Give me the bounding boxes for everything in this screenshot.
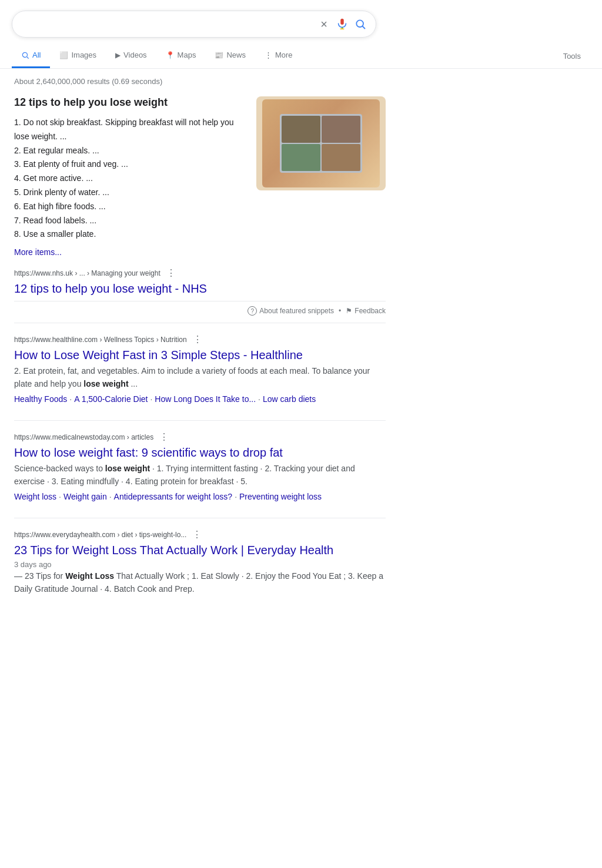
clear-icon[interactable]: × <box>320 18 327 31</box>
sub-link-preventing[interactable]: Preventing weight loss <box>239 492 322 501</box>
more-tab-icon: ⋮ <box>265 51 272 59</box>
feedback-button[interactable]: ⚑ Feedback <box>346 307 386 315</box>
tab-videos[interactable]: ▶ Videos <box>106 43 156 68</box>
tablet-screen <box>280 114 362 173</box>
sub-link-sep-2: · <box>150 394 152 404</box>
snippet-list: 1. Do not skip breakfast. Skipping break… <box>14 116 247 242</box>
tablet-cell-3 <box>282 144 320 171</box>
list-item: 8. Use a smaller plate. <box>14 227 247 242</box>
feedback-label: Feedback <box>354 307 386 315</box>
sub-link-weight-gain[interactable]: Weight gain <box>63 492 107 501</box>
list-item: 3. Eat plenty of fruit and veg. ... <box>14 157 247 172</box>
result-medicalnewstoday: https://www.medicalnewstoday.com › artic… <box>14 430 386 504</box>
snippet-footer: ? About featured snippets • ⚑ Feedback <box>14 301 386 320</box>
tab-more[interactable]: ⋮ More <box>255 43 302 68</box>
list-item: 5. Drink plenty of water. ... <box>14 186 247 200</box>
mnt-title-link[interactable]: How to lose weight fast: 9 scientific wa… <box>14 445 386 460</box>
tools-button[interactable]: Tools <box>554 45 590 68</box>
images-tab-icon: ⬜ <box>59 51 68 59</box>
mnt-url-text: https://www.medicalnewstoday.com › artic… <box>14 433 153 441</box>
flag-icon: ⚑ <box>346 307 352 315</box>
more-items-link[interactable]: More items... <box>14 247 62 257</box>
all-tab-icon <box>21 51 29 59</box>
sub-link-how-long[interactable]: How Long Does It Take to... <box>155 394 256 404</box>
eh-source-url: https://www.everydayhealth.com › diet › … <box>14 528 386 541</box>
result-healthline: https://www.healthline.com › Wellness To… <box>14 333 386 406</box>
eh-url-text: https://www.everydayhealth.com › diet › … <box>14 531 186 539</box>
tablet-cell-1 <box>282 116 320 143</box>
maps-tab-icon: 📍 <box>166 51 175 59</box>
sub-link-antidepressants[interactable]: Antidepressants for weight loss? <box>114 492 233 501</box>
sub-link-weight-loss[interactable]: Weight loss <box>14 492 56 501</box>
snippet-image <box>256 96 386 190</box>
search-bar-container: how to lose weight × <box>0 0 602 43</box>
divider-1 <box>14 323 386 323</box>
mnt-sep-1: · <box>59 492 61 501</box>
news-tab-icon: 📰 <box>215 51 223 59</box>
tablet-cell-4 <box>322 144 360 171</box>
list-item: 1. Do not skip breakfast. Skipping break… <box>14 116 247 144</box>
eh-snippet: — 23 Tips for Weight Loss That Actually … <box>14 570 386 596</box>
healthline-title-link[interactable]: How to Lose Weight Fast in 3 Simple Step… <box>14 347 386 363</box>
mic-icon[interactable] <box>336 18 349 31</box>
tab-all[interactable]: All <box>12 43 50 68</box>
eh-more-options-button[interactable]: ⋮ <box>190 528 204 541</box>
tab-news[interactable]: 📰 News <box>205 43 255 68</box>
separator-dot: • <box>339 307 341 315</box>
videos-tab-icon: ▶ <box>115 51 121 59</box>
list-item: 4. Get more active. ... <box>14 172 247 186</box>
healthline-sub-links: Healthy Foods · A 1,500-Calorie Diet · H… <box>14 394 386 404</box>
mnt-source-url: https://www.medicalnewstoday.com › artic… <box>14 430 386 444</box>
list-item: 6. Eat high fibre foods. ... <box>14 200 247 214</box>
about-snippets-label: About featured snippets <box>259 307 334 315</box>
search-icon[interactable] <box>354 18 366 30</box>
healthline-bold: lose weight <box>83 379 128 388</box>
main-content: About 2,640,000,000 results (0.69 second… <box>0 69 400 630</box>
sub-link-low-carb[interactable]: Low carb diets <box>263 394 316 404</box>
question-mark-icon: ? <box>248 306 257 316</box>
result-everydayhealth: https://www.everydayhealth.com › diet › … <box>14 528 386 602</box>
tablet-illustration <box>262 99 380 187</box>
mnt-more-options-button[interactable]: ⋮ <box>157 430 171 444</box>
snippet-text-area: 12 tips to help you lose weight 1. Do no… <box>14 96 247 257</box>
snippet-url-text: https://www.nhs.uk › ... › Managing your… <box>14 269 160 277</box>
eh-bold-1: Weight Loss <box>65 571 114 581</box>
tab-maps[interactable]: 📍 Maps <box>156 43 206 68</box>
mnt-bold: lose weight <box>105 464 150 473</box>
results-count: About 2,640,000,000 results (0.69 second… <box>14 77 386 86</box>
healthline-source-url: https://www.healthline.com › Wellness To… <box>14 333 386 346</box>
snippet-title: 12 tips to help you lose weight <box>14 96 247 109</box>
svg-line-2 <box>363 26 365 29</box>
sub-link-calorie-diet[interactable]: A 1,500-Calorie Diet <box>74 394 148 404</box>
snippet-more-options-button[interactable]: ⋮ <box>164 266 178 280</box>
healthline-snippet: 2. Eat protein, fat, and vegetables. Aim… <box>14 365 386 391</box>
search-input[interactable]: how to lose weight <box>22 19 320 29</box>
snippet-source-url: https://www.nhs.uk › ... › Managing your… <box>14 266 386 280</box>
divider-2 <box>14 420 386 421</box>
snippet-result-title-link[interactable]: 12 tips to help you lose weight - NHS <box>14 281 386 296</box>
tablet-cell-2 <box>322 116 360 143</box>
nav-tabs: All ⬜ Images ▶ Videos 📍 Maps 📰 News ⋮ Mo… <box>0 43 602 69</box>
eh-date: 3 days ago <box>14 560 386 569</box>
search-bar: how to lose weight × <box>12 11 376 38</box>
mnt-snippet: Science-backed ways to lose weight · 1. … <box>14 463 386 488</box>
healthline-more-options-button[interactable]: ⋮ <box>190 333 205 346</box>
mnt-sep-3: · <box>235 492 237 501</box>
svg-rect-0 <box>340 19 344 25</box>
eh-title-link[interactable]: 23 Tips for Weight Loss That Actually Wo… <box>14 542 386 558</box>
list-item: 7. Read food labels. ... <box>14 214 247 228</box>
healthline-url-text: https://www.healthline.com › Wellness To… <box>14 336 187 344</box>
svg-line-4 <box>27 56 29 58</box>
divider-3 <box>14 518 386 518</box>
about-snippets-button[interactable]: ? About featured snippets <box>248 306 334 316</box>
search-bar-icons: × <box>320 18 366 31</box>
sub-link-sep-1: · <box>69 394 72 404</box>
mnt-sub-links: Weight loss · Weight gain · Antidepressa… <box>14 492 386 501</box>
sub-link-healthy-foods[interactable]: Healthy Foods <box>14 394 67 404</box>
sub-link-sep-3: · <box>258 394 260 404</box>
mnt-sep-2: · <box>109 492 112 501</box>
featured-snippet: 12 tips to help you lose weight 1. Do no… <box>14 96 386 320</box>
tab-images[interactable]: ⬜ Images <box>50 43 106 68</box>
list-item: 2. Eat regular meals. ... <box>14 144 247 158</box>
